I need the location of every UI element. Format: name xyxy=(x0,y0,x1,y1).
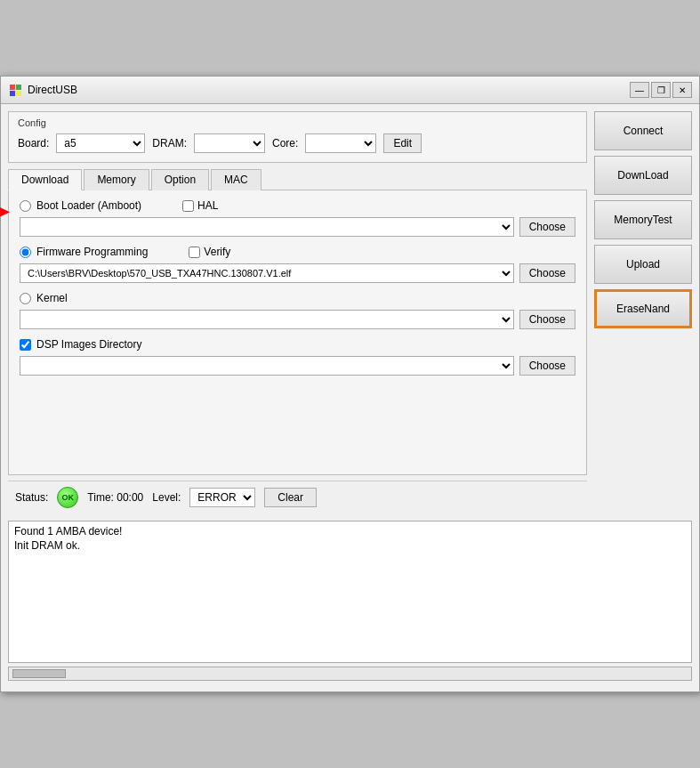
kernel-path-row: Choose xyxy=(20,310,575,329)
title-bar-left: DirectUSB xyxy=(8,83,77,97)
bootloader-path-select[interactable] xyxy=(20,217,514,237)
tab-mac[interactable]: MAC xyxy=(211,169,261,190)
config-section: Config Board: a5 DRAM: Core: Edit xyxy=(8,111,587,163)
dsp-choose-button[interactable]: Choose xyxy=(519,356,575,376)
log-container: Found 1 AMBA device! Init DRAM ok. xyxy=(8,521,692,663)
kernel-path-select[interactable] xyxy=(20,310,514,329)
status-label: Status: xyxy=(15,491,48,504)
edit-button[interactable]: Edit xyxy=(383,133,422,153)
scrollbar-thumb[interactable] xyxy=(12,669,66,678)
kernel-radio[interactable] xyxy=(20,293,31,304)
bootloader-radio[interactable] xyxy=(20,200,31,212)
svg-rect-3 xyxy=(16,91,21,96)
firmware-choose-button[interactable]: Choose xyxy=(519,263,575,283)
verify-checkbox[interactable] xyxy=(189,247,200,258)
clear-button[interactable]: Clear xyxy=(264,488,317,507)
config-row: Board: a5 DRAM: Core: Edit xyxy=(18,133,577,153)
connect-button[interactable]: Connect xyxy=(594,111,692,150)
kernel-choose-button[interactable]: Choose xyxy=(519,310,575,329)
hal-checkbox[interactable] xyxy=(182,200,194,212)
kernel-row: Kernel xyxy=(20,292,575,304)
board-label: Board: xyxy=(18,137,49,150)
firmware-radio[interactable] xyxy=(20,247,31,258)
dsp-path-row: Choose xyxy=(20,356,575,376)
dram-label: DRAM: xyxy=(152,137,187,150)
title-bar: DirectUSB — ❐ ✕ xyxy=(1,77,699,104)
log-line-2: Init DRAM ok. xyxy=(14,539,686,552)
horizontal-scrollbar[interactable] xyxy=(8,667,692,681)
dram-select[interactable] xyxy=(194,133,265,153)
log-line-1: Found 1 AMBA device! xyxy=(14,525,686,538)
status-bar: Status: OK Time: 00:00 Level: ERROR WARN… xyxy=(8,481,587,513)
level-label: Level: xyxy=(152,491,181,504)
status-indicator: OK xyxy=(57,487,78,508)
close-button[interactable]: ✕ xyxy=(672,82,692,98)
bootloader-label: Boot Loader (Amboot) xyxy=(36,199,141,212)
hal-label: HAL xyxy=(197,199,218,212)
upload-button[interactable]: Upload xyxy=(594,245,692,284)
tab-container: Download Memory Option MAC ➤ Boot Loader… xyxy=(8,168,587,475)
config-label: Config xyxy=(18,117,577,128)
verify-label: Verify xyxy=(204,246,230,258)
tab-option[interactable]: Option xyxy=(151,169,209,190)
bootloader-section: ➤ Boot Loader (Amboot) HAL xyxy=(20,199,575,212)
firmware-label: Firmware Programming xyxy=(36,246,148,258)
dsp-checkbox[interactable] xyxy=(20,339,31,351)
download-button[interactable]: DownLoad xyxy=(594,156,692,195)
board-select[interactable]: a5 xyxy=(56,133,145,153)
bootloader-choose-button[interactable]: Choose xyxy=(519,217,575,237)
restore-button[interactable]: ❐ xyxy=(651,82,671,98)
tab-download[interactable]: Download xyxy=(8,169,82,190)
bootloader-row: Boot Loader (Amboot) HAL xyxy=(20,199,575,212)
svg-rect-0 xyxy=(10,85,15,90)
dsp-path-select[interactable] xyxy=(20,356,514,376)
firmware-row: Firmware Programming Verify xyxy=(20,246,575,258)
time-label: Time: 00:00 xyxy=(87,491,143,504)
core-label: Core: xyxy=(272,137,298,150)
window-title: DirectUSB xyxy=(28,84,77,96)
svg-rect-1 xyxy=(16,85,21,90)
level-select[interactable]: ERROR WARN INFO DEBUG xyxy=(189,488,255,507)
core-select[interactable] xyxy=(305,133,376,153)
svg-rect-2 xyxy=(10,91,15,96)
memory-test-button[interactable]: MemoryTest xyxy=(594,200,692,239)
tab-memory[interactable]: Memory xyxy=(84,169,149,190)
red-arrow-indicator: ➤ xyxy=(0,201,10,222)
main-window: DirectUSB — ❐ ✕ Config Board: a5 DRAM: xyxy=(0,76,700,692)
tab-panel-download: ➤ Boot Loader (Amboot) HAL xyxy=(8,190,587,475)
app-icon xyxy=(8,83,22,97)
kernel-label: Kernel xyxy=(36,292,68,304)
main-content: Config Board: a5 DRAM: Core: Edit xyxy=(1,104,699,521)
firmware-path-row: C:\Users\BRV\Desktop\570_USB_TXA47HNC.13… xyxy=(20,263,575,283)
erase-nand-button[interactable]: EraseNand xyxy=(594,289,692,328)
dsp-label: DSP Images Directory xyxy=(36,338,141,351)
firmware-path-select[interactable]: C:\Users\BRV\Desktop\570_USB_TXA47HNC.13… xyxy=(20,263,514,283)
bootloader-path-row: Choose xyxy=(20,217,575,237)
title-buttons: — ❐ ✕ xyxy=(630,82,692,98)
minimize-button[interactable]: — xyxy=(630,82,649,98)
tab-bar: Download Memory Option MAC xyxy=(8,168,587,190)
right-panel: Connect DownLoad MemoryTest Upload Erase… xyxy=(594,111,692,513)
dsp-row: DSP Images Directory xyxy=(20,338,575,351)
left-panel: Config Board: a5 DRAM: Core: Edit xyxy=(8,111,587,513)
